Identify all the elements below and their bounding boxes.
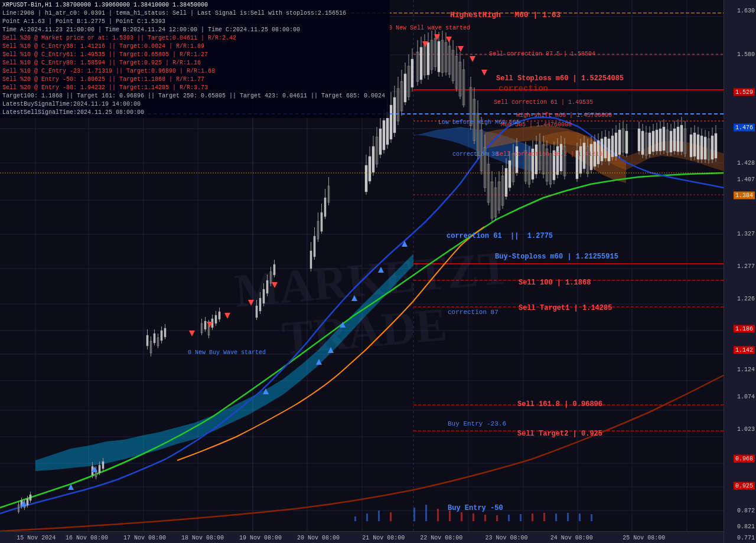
info-line8: Sell %10 @ C_Entry -23: 1.71319 || Targe… bbox=[2, 67, 387, 76]
price-1186: 1.186 bbox=[734, 325, 755, 332]
svg-rect-303 bbox=[472, 513, 474, 521]
price-1124: 1.124 bbox=[737, 366, 755, 372]
svg-rect-306 bbox=[508, 515, 510, 521]
time-16nov: 16 Nov 08:00 bbox=[66, 535, 108, 541]
price-0771: 0.771 bbox=[737, 534, 755, 541]
svg-rect-312 bbox=[579, 513, 581, 521]
svg-rect-297 bbox=[390, 512, 392, 521]
svg-rect-299 bbox=[425, 505, 427, 521]
svg-rect-302 bbox=[461, 512, 462, 521]
annotation-sell-stoploss-m60: Sell Stoploss m60 | 1.52254085 bbox=[496, 74, 624, 83]
annotation-highest-high: HighestHigh M60 | 1.63 bbox=[450, 11, 561, 19]
annotation-sell-target2: Sell Target2 | 0.925 bbox=[517, 430, 602, 438]
price-1580: 1.580 bbox=[737, 51, 755, 58]
info-panel: XRPUSDT-Bin,H1 1.38700000 1.39060000 1.3… bbox=[0, 0, 390, 118]
price-1529: 1.529 bbox=[734, 89, 755, 96]
time-15nov: 15 Nov 2024 bbox=[17, 535, 56, 541]
price-1630: 1.630 bbox=[737, 8, 755, 14]
info-line2: Point A:1.63 | Point B:1.2775 | Point C:… bbox=[2, 18, 387, 26]
info-line13: LatestSellSignalTime:2024.11.25 08:00:00 bbox=[2, 109, 387, 117]
annotation-high-shift-m60: High-shift m60 | 1.45760000 bbox=[516, 112, 612, 119]
svg-rect-307 bbox=[520, 514, 522, 521]
info-line7: Sell %10 @ C_Entry88: 1.58594 || Target:… bbox=[2, 59, 387, 67]
annotation-correction: correction bbox=[498, 84, 548, 93]
price-1476: 1.476 bbox=[734, 124, 755, 132]
price-0821: 0.821 bbox=[737, 524, 755, 530]
annotation-sell-100: Sell 100 | 1.1868 bbox=[519, 279, 591, 287]
time-25nov: 25 Nov 08:00 bbox=[623, 535, 665, 541]
annotation-sell-1618: Sell 161.8 | 0.96896 bbox=[517, 400, 602, 408]
price-1074: 1.074 bbox=[737, 393, 755, 400]
price-0872: 0.872 bbox=[737, 507, 755, 513]
info-line1: Line:2908 | h1_atr_c0: 0.0391 | tema_h1_… bbox=[2, 9, 387, 18]
annotation-correction-61: correction 61 || 1.2775 bbox=[447, 232, 553, 240]
info-line12: LatestBuySignalTime:2024.11.19 14:00:00 bbox=[2, 100, 387, 109]
annotation-buy-entry-50: Buy Entry -50 bbox=[448, 504, 503, 512]
time-23nov: 23 Nov 08:00 bbox=[485, 535, 527, 541]
svg-rect-296 bbox=[378, 511, 380, 521]
time-21nov: 21 Nov 08:00 bbox=[362, 535, 405, 541]
price-1142: 1.142 bbox=[734, 346, 755, 354]
price-1384: 1.384 bbox=[734, 192, 755, 199]
svg-rect-311 bbox=[567, 513, 569, 521]
annotation-correction-38: correction 38 bbox=[452, 151, 498, 158]
price-1327: 1.327 bbox=[737, 230, 755, 237]
info-line9: Sell %20 @ Entry -50: 1.80625 || Target:… bbox=[2, 76, 387, 84]
annotation-sell-correction-382: Sell correction 38.2 | 1.41216 bbox=[496, 151, 602, 158]
annotation-buy-entry-236: Buy Entry -23.6 bbox=[448, 420, 506, 427]
title-line: XRPUSDT-Bin,H1 1.38700000 1.39060000 1.3… bbox=[2, 1, 387, 9]
time-axis: 15 Nov 2024 16 Nov 08:00 17 Nov 08:00 18… bbox=[0, 531, 724, 543]
info-line10: Sell %20 @ Entry -88: 1.94232 || Target:… bbox=[2, 84, 387, 92]
chart-container: XRPUSDT-Bin,H1 1.38700000 1.39060000 1.3… bbox=[0, 0, 756, 543]
annotation-sell-target1: Sell Target1 | 1.14285 bbox=[519, 304, 612, 312]
time-20nov: 20 Nov 08:00 bbox=[297, 535, 340, 541]
info-line6: Sell %10 @ C_Entry61: 1.49535 || Target:… bbox=[2, 51, 387, 59]
svg-rect-313 bbox=[591, 514, 592, 521]
svg-rect-295 bbox=[366, 513, 368, 521]
svg-rect-309 bbox=[543, 513, 545, 521]
time-17nov: 17 Nov 08:00 bbox=[123, 535, 166, 541]
annotation-sell-correction-875: Sell correction 87.5 | 1.58594 bbox=[489, 51, 595, 57]
svg-rect-308 bbox=[532, 513, 533, 521]
annotation-correction-87: correction 87 bbox=[448, 309, 498, 316]
info-line3: Time A:2024.11.23 21:00:00 | Time B:2024… bbox=[2, 26, 387, 34]
time-22nov: 22 Nov 08:00 bbox=[420, 535, 462, 541]
info-line11: Target100: 1.1868 || Target 161: 0.96896… bbox=[2, 92, 387, 100]
price-1226: 1.226 bbox=[737, 296, 755, 302]
svg-rect-304 bbox=[484, 515, 486, 521]
time-18nov: 18 Nov 08:00 bbox=[181, 535, 224, 541]
price-0968: 0.968 bbox=[734, 455, 755, 463]
time-19nov: 19 Nov 08:00 bbox=[239, 535, 282, 541]
annotation-new-sell-wave: 0 New Sell wave started bbox=[389, 25, 470, 31]
price-1023: 1.023 bbox=[737, 426, 755, 432]
annotation-low-before-high: Low before High M60 505 bbox=[438, 119, 520, 126]
info-line4: Sell %20 @ Market price or at: 1.5393 ||… bbox=[2, 34, 387, 42]
svg-rect-305 bbox=[496, 515, 498, 521]
info-line5: Sell %10 @ C_Entry38: 1.41216 || Target:… bbox=[2, 42, 387, 51]
annotation-buy-stoploss-m60: Buy-Stoploss m60 | 1.21255915 bbox=[495, 253, 618, 261]
annotation-new-buy-wave: 0 New Buy Wave started bbox=[188, 349, 266, 356]
annotation-sell-correction-61: Sell correction 61 | 1.49535 bbox=[494, 99, 593, 106]
svg-rect-310 bbox=[555, 513, 557, 521]
svg-rect-300 bbox=[437, 509, 439, 521]
svg-rect-294 bbox=[354, 516, 356, 521]
price-axis: 1.630 1.580 1.529 1.476 1.428 1.407 1.38… bbox=[724, 0, 756, 543]
price-0925: 0.925 bbox=[734, 482, 755, 490]
price-1407: 1.407 bbox=[737, 176, 755, 182]
svg-rect-298 bbox=[413, 508, 415, 521]
price-1428: 1.428 bbox=[737, 160, 755, 166]
time-24nov: 24 Nov 08:00 bbox=[550, 535, 593, 541]
price-1277: 1.277 bbox=[737, 263, 755, 269]
